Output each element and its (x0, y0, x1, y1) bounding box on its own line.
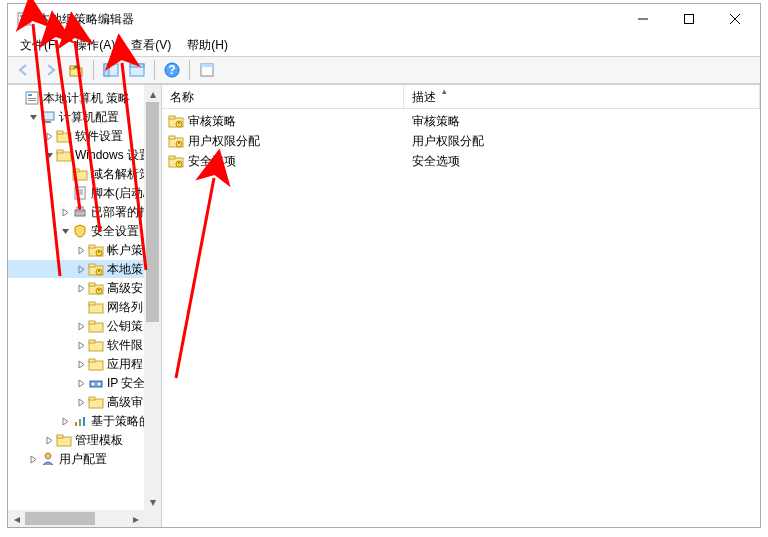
list-item[interactable]: 审核策略审核策略 (162, 111, 760, 131)
expander-icon[interactable] (74, 395, 88, 409)
tree-label: 本地计算机 策略 (43, 90, 130, 107)
scroll-left-icon[interactable]: ◂ (8, 510, 25, 527)
expander-icon[interactable] (74, 376, 88, 390)
svg-rect-3 (20, 21, 28, 22)
folder-sec-icon (88, 280, 104, 296)
sort-indicator-icon: ▴ (442, 86, 447, 96)
gpedit-window: 本地组策略编辑器 文件(F) 操作(A) 查看(V) 帮助(H) ? 本地计算机… (7, 3, 761, 528)
tree-item[interactable]: Windows 设置 (8, 146, 161, 164)
tree-item[interactable]: 管理模板 (8, 431, 161, 449)
tree-label: 管理模板 (75, 432, 123, 449)
expander-icon[interactable] (26, 110, 40, 124)
expander-icon[interactable] (74, 319, 88, 333)
expander-icon[interactable] (74, 281, 88, 295)
expander-icon[interactable] (74, 262, 88, 276)
svg-rect-13 (130, 64, 144, 67)
svg-rect-40 (98, 270, 100, 272)
tree-item[interactable]: 基于策略的 (8, 412, 161, 430)
expander-icon[interactable] (74, 243, 88, 257)
tree-label: 公钥策 (107, 318, 143, 335)
script-icon (72, 185, 88, 201)
menu-file[interactable]: 文件(F) (12, 35, 67, 56)
menu-action[interactable]: 操作(A) (67, 35, 123, 56)
ipsec-icon (88, 375, 104, 391)
maximize-button[interactable] (666, 5, 712, 33)
properties-button[interactable] (195, 58, 219, 82)
export-list-button[interactable] (125, 58, 149, 82)
column-name[interactable]: 名称 (162, 85, 404, 108)
tree-item[interactable]: 域名解析策 (8, 165, 161, 183)
toolbar: ? (8, 56, 760, 84)
tree-item[interactable]: 帐户策 (8, 241, 161, 259)
tree-item[interactable]: 脚本(启动/ (8, 184, 161, 202)
folder-sec-icon (88, 242, 104, 258)
tree-item[interactable]: 安全设置 (8, 222, 161, 240)
tree-item[interactable]: 计算机配置 (8, 108, 161, 126)
tree-label: 已部署的打 (91, 204, 151, 221)
tree-label: 基于策略的 (91, 413, 151, 430)
tree-scrollbar-horizontal[interactable]: ◂ ▸ (8, 510, 161, 527)
close-button[interactable] (712, 5, 758, 33)
menu-help[interactable]: 帮助(H) (179, 35, 236, 56)
back-button[interactable] (12, 58, 36, 82)
tree-item[interactable]: 本地策 (8, 260, 161, 278)
expander-icon[interactable] (58, 205, 72, 219)
tree-item[interactable]: 软件设置 (8, 127, 161, 145)
tree-item[interactable]: 应用程 (8, 355, 161, 373)
folder-icon (88, 394, 104, 410)
list-item[interactable]: 安全选项安全选项 (162, 151, 760, 171)
forward-button[interactable] (38, 58, 62, 82)
expander-icon[interactable] (74, 338, 88, 352)
up-button[interactable] (64, 58, 88, 82)
expander-icon[interactable] (74, 300, 88, 314)
scroll-down-icon[interactable]: ▾ (144, 493, 161, 510)
folder-sec-icon (168, 113, 184, 129)
minimize-button[interactable] (620, 5, 666, 33)
expander-icon[interactable] (42, 433, 56, 447)
tree-item[interactable]: IP 安全 (8, 374, 161, 392)
menubar: 文件(F) 操作(A) 查看(V) 帮助(H) (8, 34, 760, 56)
tree-item[interactable]: 高级审 (8, 393, 161, 411)
svg-rect-67 (178, 122, 180, 124)
expander-icon[interactable] (26, 452, 40, 466)
expander-icon[interactable] (58, 186, 72, 200)
list-item[interactable]: 用户权限分配用户权限分配 (162, 131, 760, 151)
expander-icon[interactable] (58, 224, 72, 238)
menu-view[interactable]: 查看(V) (123, 35, 179, 56)
svg-rect-42 (89, 283, 95, 286)
item-desc: 安全选项 (404, 153, 460, 170)
expander-icon[interactable] (74, 357, 88, 371)
folder-icon (56, 128, 72, 144)
column-desc[interactable]: 描述 (404, 85, 760, 108)
expander-icon[interactable] (58, 414, 72, 428)
tree-item[interactable]: 高级安 (8, 279, 161, 297)
folder-icon (88, 318, 104, 334)
tree-item[interactable]: 网络列 (8, 298, 161, 316)
tree-label: IP 安全 (107, 375, 145, 392)
scroll-thumb[interactable] (25, 512, 95, 525)
expander-icon[interactable] (42, 129, 56, 143)
svg-rect-59 (79, 419, 81, 426)
tree-root[interactable]: 本地计算机 策略 (8, 89, 161, 107)
svg-rect-25 (57, 131, 63, 134)
tree-item[interactable]: 公钥策 (8, 317, 161, 335)
svg-rect-30 (75, 187, 85, 199)
expander-icon[interactable] (58, 167, 72, 181)
tree-item[interactable]: 用户配置 (8, 450, 161, 468)
tree-label: 脚本(启动/ (91, 185, 146, 202)
tree-item[interactable]: 已部署的打 (8, 203, 161, 221)
scroll-corner (144, 510, 161, 527)
scroll-up-icon[interactable]: ▴ (144, 85, 161, 102)
svg-rect-1 (20, 15, 24, 17)
expander-icon[interactable] (42, 148, 56, 162)
help-button[interactable]: ? (160, 58, 184, 82)
scroll-thumb[interactable] (146, 102, 159, 322)
folder-icon (56, 432, 72, 448)
svg-point-54 (92, 383, 95, 386)
show-hide-tree-button[interactable] (99, 58, 123, 82)
scroll-right-icon[interactable]: ▸ (127, 510, 144, 527)
svg-rect-23 (45, 121, 51, 123)
tree-item[interactable]: 软件限 (8, 336, 161, 354)
tree-scrollbar-vertical[interactable]: ▴ ▾ (144, 85, 161, 510)
expander-icon[interactable] (10, 91, 24, 105)
